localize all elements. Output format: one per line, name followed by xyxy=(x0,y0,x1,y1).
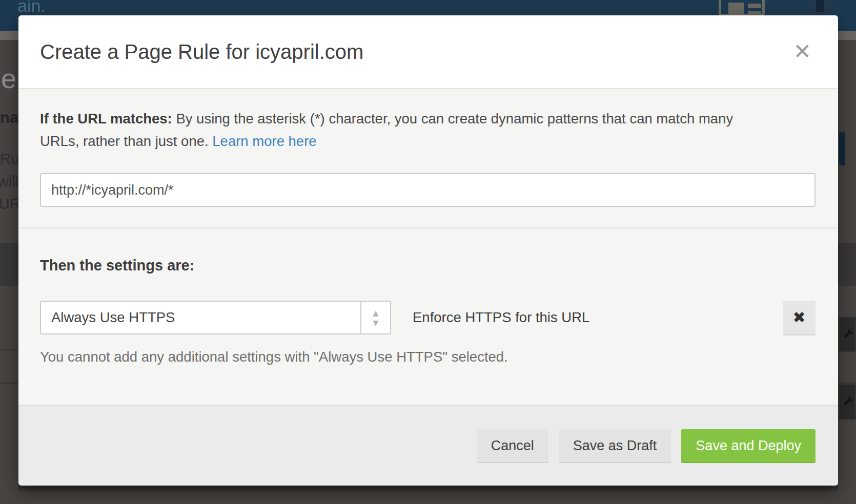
url-match-label: If the URL matches: xyxy=(40,111,172,127)
cancel-button[interactable]: Cancel xyxy=(477,429,548,462)
select-stepper-icon: ▲ ▼ xyxy=(360,302,390,333)
setting-note: You cannot add any additional settings w… xyxy=(40,349,816,365)
page: ain. e nav Ru will UR Create a Page Rule… xyxy=(0,0,856,504)
background-text-fragment: Ru xyxy=(0,151,19,167)
grid-view-icon xyxy=(719,0,765,16)
url-match-section: If the URL matches: By using the asteris… xyxy=(18,89,838,207)
chevron-up-icon: ▲ xyxy=(373,309,379,317)
remove-setting-button[interactable]: ✖ xyxy=(783,301,816,334)
settings-section: Then the settings are: Always Use HTTPS … xyxy=(18,228,838,365)
learn-more-link[interactable]: Learn more here xyxy=(212,133,316,149)
setting-description: Enforce HTTPS for this URL xyxy=(413,309,783,326)
setting-row: Always Use HTTPS ▲ ▼ Enforce HTTPS for t… xyxy=(40,301,816,334)
navbar-text-fragment: ain. xyxy=(17,0,46,16)
background-heading-fragment: e xyxy=(1,62,16,94)
modal-footer: Cancel Save as Draft Save and Deploy xyxy=(18,405,838,486)
save-and-deploy-button[interactable]: Save and Deploy xyxy=(681,429,816,462)
background-blue-button-fragment xyxy=(839,132,845,165)
setting-select[interactable]: Always Use HTTPS ▲ ▼ xyxy=(40,301,391,334)
wrench-icon xyxy=(839,384,856,420)
modal-drop-shadow xyxy=(18,486,838,493)
url-pattern-input[interactable] xyxy=(40,173,816,207)
close-icon[interactable]: ✕ xyxy=(793,41,811,62)
navbar-icon xyxy=(809,0,831,14)
save-as-draft-button[interactable]: Save as Draft xyxy=(559,429,671,462)
background-text-fragment: will xyxy=(0,173,18,190)
setting-select-value: Always Use HTTPS xyxy=(41,302,360,333)
modal-header: Create a Page Rule for icyapril.com ✕ xyxy=(18,15,838,89)
settings-heading: Then the settings are: xyxy=(40,257,816,274)
modal-body: If the URL matches: By using the asteris… xyxy=(18,89,838,405)
url-match-intro: If the URL matches: By using the asteris… xyxy=(40,108,763,153)
create-page-rule-modal: Create a Page Rule for icyapril.com ✕ If… xyxy=(18,15,838,486)
modal-title: Create a Page Rule for icyapril.com xyxy=(40,40,363,64)
background-text-fragment: UR xyxy=(0,196,21,213)
wrench-icon xyxy=(839,317,856,352)
chevron-down-icon: ▼ xyxy=(373,319,379,326)
